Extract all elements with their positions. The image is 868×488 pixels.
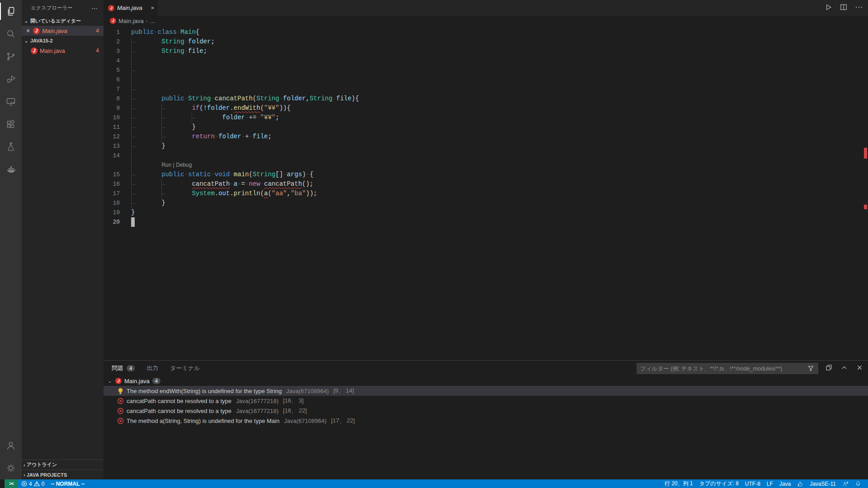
line-number[interactable]: 3 <box>104 47 131 56</box>
codelens-run-debug[interactable]: Run | Debug <box>161 160 192 170</box>
open-editor-item-main-java[interactable]: ✕ J Main.java 4 <box>22 26 104 36</box>
split-editor-icon[interactable] <box>839 3 848 14</box>
testing-icon[interactable] <box>0 136 22 158</box>
code-editor[interactable]: 1public·class·Main{2→String·folder;3→Str… <box>104 26 868 360</box>
code-text: →→System.out.println(a("aa","ba")); <box>131 189 317 198</box>
code-line[interactable]: 6 <box>104 75 868 84</box>
tab-output[interactable]: 出力 <box>146 364 158 372</box>
line-number[interactable]: 12 <box>104 132 131 141</box>
sidebar-more-icon[interactable]: ⋯ <box>91 5 98 12</box>
close-icon[interactable]: ✕ <box>25 28 31 34</box>
code-line[interactable]: 17→→System.out.println(a("aa","ba")); <box>104 189 868 198</box>
more-actions-icon[interactable] <box>854 3 863 14</box>
line-number[interactable]: 7 <box>104 84 131 94</box>
folder-section-java15-2[interactable]: ⌄ JAVA15-2 <box>22 36 104 46</box>
line-number[interactable]: 8 <box>104 94 131 103</box>
code-line[interactable]: 15→public·static·void·main(String[]·args… <box>104 170 868 179</box>
code-line[interactable]: 3→String·file; <box>104 47 868 56</box>
run-debug-icon[interactable] <box>0 68 22 90</box>
source-control-icon[interactable] <box>0 45 22 68</box>
problem-row[interactable]: cancatPath cannot be resolved to a typeJ… <box>104 396 868 406</box>
problems-summary[interactable]: 4 0 <box>18 479 47 488</box>
account-icon[interactable] <box>0 434 22 457</box>
code-line[interactable]: 8→public·String·cancatPath(String·folder… <box>104 94 868 103</box>
line-number[interactable]: 16 <box>104 179 131 189</box>
code-line[interactable]: 13→} <box>104 141 868 151</box>
code-line[interactable]: 14 <box>104 151 868 160</box>
line-number[interactable]: 11 <box>104 122 131 132</box>
code-line[interactable]: 7→ <box>104 84 868 94</box>
problem-source: Java(67108964) <box>284 418 326 424</box>
line-number[interactable]: 6 <box>104 75 131 84</box>
tab-terminal[interactable]: ターミナル <box>170 364 200 372</box>
explorer-icon[interactable] <box>0 0 22 23</box>
line-number[interactable]: 2 <box>104 37 131 47</box>
breadcrumb[interactable]: J Main.java › … <box>104 16 868 26</box>
line-number[interactable]: 19 <box>104 208 131 217</box>
problem-source: Java(16777218) <box>236 408 278 414</box>
code-line[interactable]: 4 <box>104 56 868 66</box>
chevron-down-icon: ⌄ <box>24 38 29 43</box>
cursor-position[interactable]: 行 20、列 1 <box>661 479 696 488</box>
tree-item-main-java[interactable]: J Main.java 4 <box>22 46 104 56</box>
language-mode[interactable]: Java <box>776 479 794 488</box>
code-line[interactable]: 20 <box>104 217 868 227</box>
close-panel-icon[interactable] <box>856 364 863 373</box>
code-line[interactable]: 5→ <box>104 66 868 75</box>
extensions-icon[interactable] <box>0 113 22 136</box>
remote-explorer-icon[interactable] <box>0 90 22 113</box>
search-icon[interactable] <box>0 23 22 45</box>
code-line[interactable]: 18→} <box>104 198 868 208</box>
problems-filter[interactable] <box>637 363 818 374</box>
code-line[interactable]: 19} <box>104 208 868 217</box>
problems-file-group[interactable]: ⌄ J Main.java 4 <box>104 376 868 386</box>
line-number[interactable]: 17 <box>104 189 131 198</box>
java-runtime[interactable]: JavaSE-11 <box>807 479 839 488</box>
code-line[interactable]: 11→→} <box>104 122 868 132</box>
problem-row[interactable]: cancatPath cannot be resolved to a typeJ… <box>104 406 868 416</box>
line-number[interactable]: 4 <box>104 56 131 66</box>
line-number[interactable]: 20 <box>104 217 131 227</box>
chevron-down-icon: ⌄ <box>107 379 113 384</box>
line-number[interactable]: 1 <box>104 28 131 37</box>
vim-mode[interactable]: -- NORMAL -- <box>47 479 88 488</box>
line-number[interactable]: 14 <box>104 151 131 160</box>
problem-position: [17、 22] <box>331 417 355 425</box>
line-number[interactable]: 13 <box>104 141 131 151</box>
java-projects-section[interactable]: › JAVA PROJECTS <box>22 469 104 479</box>
code-line[interactable]: 9→→if(!folder.endWith("¥¥")){ <box>104 103 868 113</box>
problem-message: cancatPath cannot be resolved to a type <box>127 408 231 414</box>
tab-problems[interactable]: 問題 4 <box>112 364 135 372</box>
filter-input[interactable] <box>640 366 807 372</box>
settings-gear-icon[interactable] <box>0 457 22 479</box>
code-line[interactable]: 1public·class·Main{ <box>104 28 868 37</box>
outline-section[interactable]: › アウトライン <box>22 460 104 469</box>
line-number[interactable]: 5 <box>104 66 131 75</box>
tab-main-java[interactable]: J Main.java × <box>104 0 158 16</box>
tab-close-icon[interactable]: × <box>151 5 154 11</box>
notifications-bell-icon[interactable] <box>852 479 864 488</box>
indentation[interactable]: タブのサイズ: 8 <box>696 479 742 488</box>
encoding[interactable]: UTF-8 <box>742 479 764 488</box>
problem-row[interactable]: The method a(String, String) is undefine… <box>104 416 868 426</box>
code-line[interactable]: 16→→cancatPath·a·=·new·cancatPath(); <box>104 179 868 189</box>
run-button[interactable] <box>824 3 833 14</box>
line-number[interactable]: 18 <box>104 198 131 208</box>
chevron-right-icon: › <box>24 462 25 468</box>
eol-sequence[interactable]: LF <box>764 479 776 488</box>
line-number[interactable]: 15 <box>104 170 131 179</box>
restore-panel-icon[interactable] <box>825 364 833 373</box>
remote-indicator[interactable]: >< <box>5 479 18 488</box>
code-line[interactable]: 2→String·folder; <box>104 37 868 47</box>
code-text: →String·folder; <box>131 37 215 47</box>
maximize-panel-icon[interactable] <box>840 364 848 373</box>
line-number[interactable]: 10 <box>104 113 131 122</box>
java-server-status-icon[interactable] <box>794 479 807 488</box>
code-line[interactable]: 10→→→folder·+=·"¥¥"; <box>104 113 868 122</box>
problem-row[interactable]: The method endWith(String) is undefined … <box>104 386 868 396</box>
line-number[interactable]: 9 <box>104 103 131 113</box>
open-editors-section[interactable]: ⌄ 開いているエディター <box>22 16 104 26</box>
docker-icon[interactable] <box>0 158 22 181</box>
feedback-icon[interactable] <box>839 479 852 488</box>
code-line[interactable]: 12→→return·folder·+·file; <box>104 132 868 141</box>
